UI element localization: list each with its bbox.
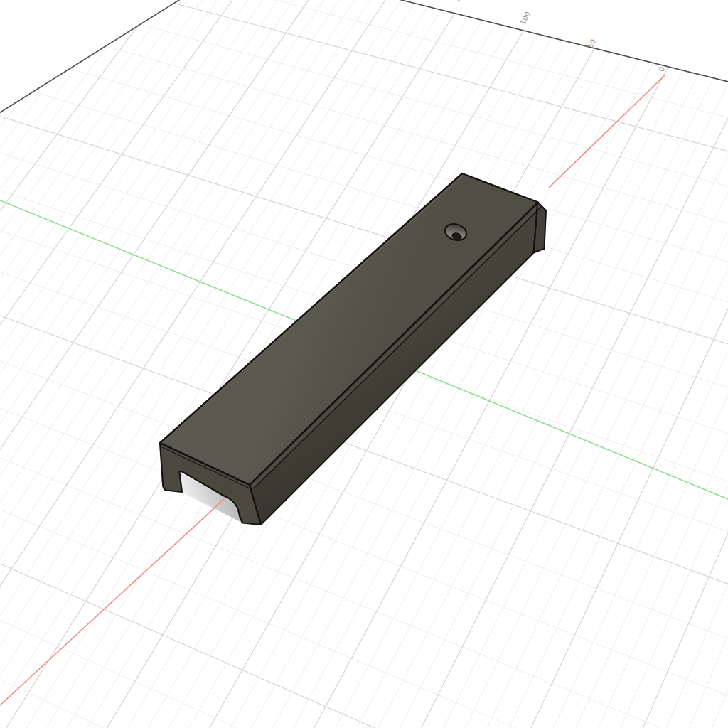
- grid-minor-line: [0, 0, 103, 728]
- grid-minor-line: [0, 0, 178, 728]
- ruler-label: 50: [586, 38, 597, 49]
- grid-minor-line: [572, 0, 728, 728]
- grid-minor-line: [709, 0, 728, 728]
- grid-major-line: [640, 0, 728, 728]
- y-axis-line: [0, 200, 298, 321]
- grid-minor-line: [0, 0, 283, 728]
- ruler-label: 100: [518, 11, 532, 26]
- grid-minor-line: [618, 0, 728, 728]
- grid-minor-line: [686, 0, 728, 728]
- ruler-label: 150: [452, 0, 466, 4]
- grid-minor-line: [396, 0, 728, 728]
- grid-minor-line: [595, 0, 728, 728]
- grid-minor-line: [0, 0, 268, 728]
- grid-minor-line: [0, 0, 728, 118]
- grid-minor-line: [440, 0, 728, 728]
- grid-minor-line: [461, 0, 728, 728]
- x-axis-line: [549, 75, 665, 188]
- grid-major-line: [0, 0, 162, 728]
- grid-minor-line: [0, 679, 728, 728]
- cad-viewport[interactable]: 150100500: [0, 0, 728, 728]
- grid-minor-line: [0, 0, 208, 728]
- grid-minor-line: [0, 0, 133, 728]
- ruler-labels: 150100500: [452, 0, 666, 73]
- grid-left-edge: [0, 0, 242, 114]
- grid-minor-line: [0, 408, 728, 697]
- y-axis-line: [415, 370, 728, 499]
- grid-major-line: [418, 0, 728, 728]
- model-top-face[interactable]: [160, 173, 538, 485]
- grid-major-line: [0, 563, 728, 728]
- viewport-canvas[interactable]: 150100500: [0, 0, 728, 728]
- model-body[interactable]: [160, 173, 546, 525]
